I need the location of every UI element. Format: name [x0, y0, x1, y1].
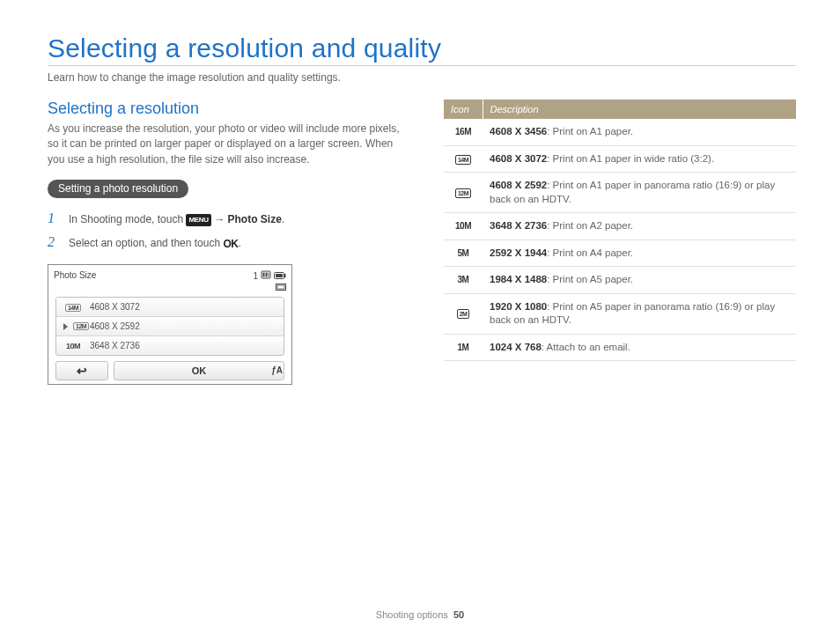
row-desc-cell: 1024 X 768: Attach to an email. — [483, 334, 796, 361]
steps-list: 1In Shooting mode, touch MENU → Photo Si… — [48, 210, 400, 252]
footer-section: Shooting options — [376, 609, 448, 620]
row-icon-cell: 5M — [444, 240, 483, 267]
photo-size-list: 14M4608 X 307212M4608 X 259210M3648 X 27… — [55, 297, 284, 356]
battery-icon — [274, 271, 286, 281]
size-value: 4608 X 2592 — [90, 321, 140, 331]
resolution-value: 1984 X 1488 — [490, 274, 547, 284]
flash-auto-icon: ƒA — [271, 365, 283, 375]
resolution-value: 1920 X 1080 — [490, 301, 547, 312]
mode-icon — [276, 283, 286, 293]
size-icon: 14M — [63, 303, 83, 312]
screen-title: Photo Size — [54, 270, 96, 280]
table-row: 10M3648 X 2736: Print on A2 paper. — [444, 213, 796, 240]
table-row: 1M1024 X 768: Attach to an email. — [444, 334, 796, 361]
step: 1In Shooting mode, touch MENU → Photo Si… — [48, 210, 400, 227]
row-desc-cell: 2592 X 1944: Print on A4 paper. — [483, 240, 796, 267]
svg-rect-6 — [276, 274, 283, 277]
selection-arrow-icon — [63, 323, 68, 330]
back-icon: ↩ — [77, 364, 87, 378]
row-desc-cell: 1984 X 1488: Print on A5 paper. — [483, 267, 796, 294]
section-paragraph: As you increase the resolution, your pho… — [48, 122, 400, 167]
menu-icon: MENU — [186, 214, 210, 226]
resolution-value: 4608 X 2592 — [490, 180, 547, 190]
camera-screen-mock: Photo Size 1 — [48, 264, 292, 385]
photo-size-label: Photo Size — [227, 213, 281, 225]
row-desc-cell: 4608 X 2592: Print on A1 paper in panora… — [483, 173, 796, 213]
table-row: 12M4608 X 2592: Print on A1 paper in pan… — [444, 173, 796, 213]
ok-button[interactable]: OK — [114, 361, 284, 380]
back-button[interactable]: ↩ — [55, 361, 108, 380]
page-title: Selecting a resolution and quality — [48, 33, 796, 66]
page-footer: Shooting options 50 — [0, 609, 840, 620]
row-icon-cell: 10M — [444, 213, 483, 240]
table-row: 2M1920 X 1080: Print on A5 paper in pano… — [444, 293, 796, 334]
ok-button-label: OK — [192, 365, 207, 376]
footer-page-number: 50 — [453, 609, 464, 620]
row-desc-cell: 4608 X 3456: Print on A1 paper. — [483, 119, 796, 145]
sd-card-icon — [261, 270, 271, 281]
photo-size-option[interactable]: 10M3648 X 2736 — [56, 336, 284, 355]
svg-rect-8 — [277, 285, 284, 289]
step-body: In Shooting mode, touch MENU → Photo Siz… — [69, 211, 284, 227]
resolution-value: 2592 X 1944 — [490, 247, 547, 258]
step-number: 2 — [48, 234, 60, 250]
row-desc-cell: 4608 X 3072: Print on A1 paper in wide r… — [483, 145, 796, 173]
svg-rect-1 — [263, 273, 265, 277]
row-icon-cell: 1M — [444, 334, 483, 361]
row-icon-cell: 2M — [444, 293, 483, 334]
svg-rect-3 — [269, 273, 269, 277]
size-value: 3648 X 2736 — [90, 341, 140, 350]
ok-icon: OK — [223, 236, 238, 252]
resolution-value: 4608 X 3456 — [490, 126, 547, 136]
table-row: 5M2592 X 1944: Print on A4 paper. — [444, 240, 796, 267]
resolution-table: Icon Description 16M4608 X 3456: Print o… — [444, 100, 796, 361]
row-icon-cell: 3M — [444, 267, 483, 294]
svg-rect-5 — [284, 274, 286, 277]
table-head-desc: Description — [483, 100, 796, 119]
resolution-value: 3648 X 2736 — [490, 220, 547, 231]
row-icon-cell: 12M — [444, 173, 483, 213]
resolution-value: 1024 X 768 — [490, 342, 542, 352]
photo-size-option[interactable]: 12M4608 X 2592 — [56, 317, 284, 336]
screen-status-area: 1 — [253, 270, 286, 293]
row-desc-cell: 1920 X 1080: Print on A5 paper in panora… — [483, 293, 796, 334]
resolution-value: 4608 X 3072 — [490, 153, 547, 164]
row-desc-cell: 3648 X 2736: Print on A2 paper. — [483, 213, 796, 240]
row-icon-cell: 14M — [444, 145, 483, 173]
table-row: 14M4608 X 3072: Print on A1 paper in wid… — [444, 145, 796, 173]
section-heading: Selecting a resolution — [48, 100, 400, 118]
row-icon-cell: 16M — [444, 119, 483, 145]
table-row: 3M1984 X 1488: Print on A5 paper. — [444, 267, 796, 294]
size-icon: 12M — [63, 322, 83, 330]
size-value: 4608 X 3072 — [90, 302, 140, 312]
table-head-icon: Icon — [444, 100, 483, 119]
photo-size-option[interactable]: 14M4608 X 3072 — [56, 298, 284, 317]
size-icon: 10M — [63, 342, 83, 350]
table-row: 16M4608 X 3456: Print on A1 paper. — [444, 119, 796, 145]
subsection-pill: Setting a photo resolution — [48, 180, 188, 198]
svg-rect-2 — [266, 273, 268, 277]
page-subtitle: Learn how to change the image resolution… — [48, 71, 796, 84]
step-number: 1 — [48, 210, 60, 226]
shot-count: 1 — [253, 271, 258, 281]
step: 2Select an option, and then touch OK. — [48, 234, 400, 252]
step-body: Select an option, and then touch OK. — [69, 235, 241, 252]
